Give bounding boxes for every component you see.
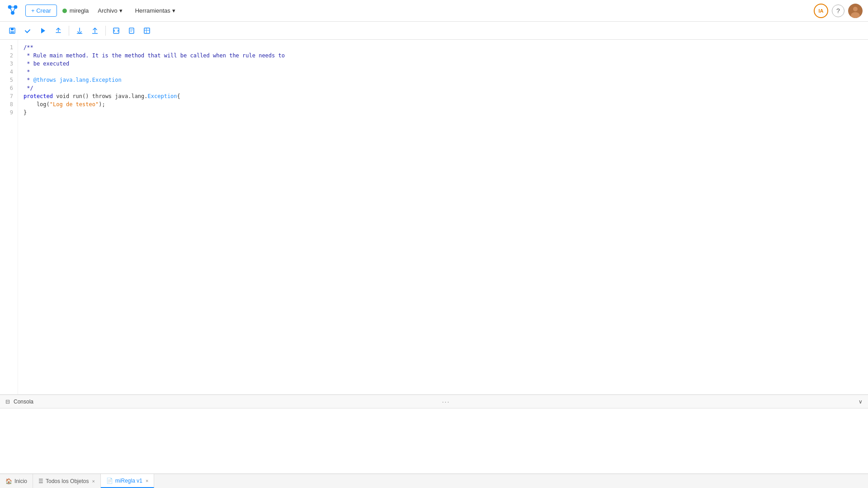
code-line-8: log("Log de testeo"); [24, 100, 863, 108]
todos-tab-label: Todos los Objetos [46, 478, 89, 484]
miregla-tab-close[interactable]: × [146, 478, 148, 483]
inicio-tab-label: Inicio [14, 478, 27, 484]
top-nav: + Crear miregla Archivo ▾ Herramientas ▾… [0, 0, 868, 22]
bottom-tabs: 🏠Inicio☰Todos los Objetos×📄miRegla v1× [0, 474, 868, 488]
snippet-button[interactable] [125, 24, 138, 38]
validate-button[interactable] [21, 24, 34, 38]
svg-rect-10 [11, 28, 14, 30]
toolbar-sep-2 [105, 26, 106, 36]
code-line-2: * Rule main method. It is the method tha… [24, 52, 863, 60]
code-line-4: * [24, 68, 863, 76]
console-header: ⊟ Consola ··· ∨ [0, 395, 868, 408]
create-button[interactable]: + Crear [25, 5, 57, 17]
main-area: 123456789 /** * Rule main method. It is … [0, 40, 868, 474]
bottom-tab-inicio[interactable]: 🏠Inicio [0, 474, 33, 488]
export-button[interactable] [52, 24, 65, 38]
app-logo[interactable] [5, 3, 20, 19]
console-panel: ⊟ Consola ··· ∨ [0, 394, 868, 474]
editor-container: 123456789 /** * Rule main method. It is … [0, 40, 868, 394]
download-button[interactable] [73, 24, 86, 38]
line-numbers: 123456789 [0, 40, 18, 394]
svg-marker-12 [41, 28, 45, 33]
svg-rect-11 [10, 31, 14, 33]
console-body [0, 408, 868, 474]
miregla-tab-icon: 📄 [106, 478, 113, 484]
toolbar [0, 22, 868, 40]
todos-tab-close[interactable]: × [92, 479, 94, 484]
code-line-1: /** [24, 43, 863, 52]
menu-archivo[interactable]: Archivo ▾ [94, 5, 126, 16]
code-editor[interactable]: /** * Rule main method. It is the method… [18, 40, 868, 394]
upload-button[interactable] [88, 24, 102, 38]
console-dots[interactable]: ··· [37, 398, 855, 405]
bottom-tab-todos[interactable]: ☰Todos los Objetos× [33, 474, 101, 488]
save-button[interactable] [5, 24, 19, 38]
todos-tab-icon: ☰ [38, 478, 43, 484]
bottom-tab-miregla[interactable]: 📄miRegla v1× [101, 474, 154, 488]
code-block-button[interactable] [109, 24, 123, 38]
svg-rect-14 [129, 28, 134, 33]
user-online-dot [62, 9, 67, 13]
menu-herramientas[interactable]: Herramientas ▾ [132, 5, 179, 16]
console-icon: ⊟ [5, 399, 10, 405]
chevron-down-icon: ▾ [119, 7, 123, 14]
svg-point-7 [853, 7, 858, 11]
code-line-9: } [24, 108, 863, 117]
run-button[interactable] [36, 24, 50, 38]
code-line-6: */ [24, 84, 863, 92]
console-title: Consola [14, 399, 33, 405]
toolbar-sep-1 [69, 26, 69, 36]
user-name: miregla [70, 7, 89, 14]
help-button[interactable]: ? [832, 5, 844, 17]
miregla-tab-label: miRegla v1 [115, 478, 142, 484]
console-collapse-button[interactable]: ∨ [859, 399, 863, 405]
user-avatar[interactable] [848, 4, 863, 18]
inicio-tab-icon: 🏠 [5, 478, 12, 484]
svg-rect-17 [144, 28, 150, 33]
user-badge: miregla [62, 7, 89, 14]
share-button[interactable] [140, 24, 154, 38]
code-line-5: * @throws java.lang.Exception [24, 76, 863, 84]
code-line-7: protected void run() throws java.lang.Ex… [24, 92, 863, 100]
code-line-3: * be executed [24, 60, 863, 68]
ia-button[interactable]: IA [814, 4, 828, 18]
top-nav-right: IA ? [814, 4, 863, 18]
chevron-down-icon: ▾ [172, 7, 175, 14]
